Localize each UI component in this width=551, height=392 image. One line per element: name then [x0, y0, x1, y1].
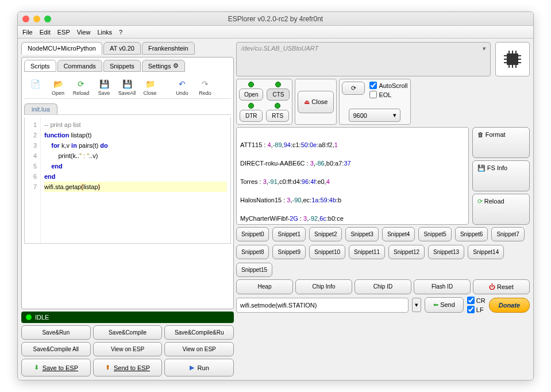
rts-led-icon [275, 103, 280, 109]
save-to-esp-button[interactable]: ⬇Save to ESP [21, 359, 91, 376]
tab-settings[interactable]: Settings⚙ [142, 60, 186, 72]
heap-button[interactable]: Heap [236, 279, 293, 294]
menu-esp[interactable]: ESP [57, 29, 70, 36]
snippet-grid: Snippet0 Snippet1 Snippet2 Snippet3 Snip… [236, 227, 530, 277]
snippet-2[interactable]: Snippet2 [309, 227, 342, 241]
snippet-15[interactable]: Snippet15 [236, 263, 272, 277]
download-icon: ⬇ [34, 364, 39, 371]
save-compile-button[interactable]: Save&Compile [93, 325, 163, 340]
tab-commands[interactable]: Commands [57, 60, 102, 72]
reload-fs-button[interactable]: ⟳ Reload [472, 194, 530, 225]
new-button[interactable]: 📄 [25, 79, 45, 96]
close-port-button[interactable]: ⏏ Close [298, 91, 334, 113]
menu-help[interactable]: ? [119, 29, 122, 36]
window-title: ESPlorer v0.2.0-rc2 by 4refr0nt [18, 15, 533, 23]
snippet-10[interactable]: Snippet10 [309, 245, 345, 259]
snippet-12[interactable]: Snippet12 [388, 245, 425, 259]
send-to-esp-button[interactable]: ⬆Send to ESP [93, 359, 163, 376]
cr-checkbox[interactable]: CR [467, 297, 486, 304]
tab-snippets[interactable]: Snippets [103, 60, 141, 72]
tab-frank[interactable]: Frankenshtein [142, 42, 195, 55]
baud-select[interactable]: 9600▾ [349, 109, 400, 122]
dropdown-icon[interactable]: ▾ [412, 298, 421, 312]
tab-at[interactable]: AT v0.20 [103, 42, 141, 55]
refresh-icon: ⟳ [351, 84, 356, 91]
code-editor[interactable]: 1234567 -- print ap listfunction listap(… [24, 117, 231, 244]
snippet-11[interactable]: Snippet11 [349, 245, 385, 259]
folder-open-icon: 📂 [53, 79, 63, 89]
cts-button[interactable]: CTS [267, 89, 290, 101]
donate-button[interactable]: Donate [489, 298, 530, 313]
app-window: ESPlorer v0.2.0-rc2 by 4refr0nt File Edi… [17, 11, 534, 381]
save-button[interactable]: 💾Save [94, 79, 114, 96]
menu-view[interactable]: View [77, 29, 91, 36]
eol-checkbox[interactable]: EOL [369, 91, 407, 98]
dtr-button[interactable]: DTR [240, 110, 263, 122]
chip-id-button[interactable]: Chip ID [355, 279, 411, 294]
top-tabs: NodeMCU+MicroPython AT v0.20 Frankenshte… [21, 42, 234, 55]
snippet-7[interactable]: Snippet7 [491, 227, 524, 241]
refresh-button[interactable]: ⟳ [342, 82, 365, 95]
power-icon: ⏻ [489, 283, 495, 290]
status-led-icon [26, 314, 32, 320]
titlebar: ESPlorer v0.2.0-rc2 by 4refr0nt [18, 12, 533, 26]
drive-icon: 💾 [477, 164, 486, 171]
snippet-8[interactable]: Snippet8 [236, 245, 269, 259]
snippet-1[interactable]: Snippet1 [272, 227, 305, 241]
trash-icon: 🗑 [477, 131, 484, 138]
view-on-esp-2-button[interactable]: View on ESP [164, 342, 234, 356]
command-input[interactable] [236, 298, 409, 313]
snippet-5[interactable]: Snippet5 [418, 227, 451, 241]
terminal-output[interactable]: ATT115 : 4,-89,94:c1:50:0e:a8:f2,1 DIREC… [236, 127, 469, 225]
status-text: IDLE [35, 314, 49, 321]
dtr-led-icon [248, 103, 254, 109]
snippet-6[interactable]: Snippet6 [455, 227, 488, 241]
redo-icon: ↷ [200, 79, 210, 89]
redo-button[interactable]: ↷Redo [195, 79, 215, 96]
autoscroll-checkbox[interactable]: AutoScroll [369, 82, 407, 89]
flash-id-button[interactable]: Flash ID [414, 279, 471, 294]
close-button[interactable]: 📁Close [140, 79, 160, 96]
run-button[interactable]: ▶Run [164, 359, 234, 376]
rts-button[interactable]: RTS [266, 110, 289, 122]
saveall-button[interactable]: 💾SaveAll [117, 79, 137, 96]
snippet-3[interactable]: Snippet3 [345, 227, 378, 241]
status-bar: IDLE [21, 312, 234, 323]
open-port-button[interactable]: Open [239, 89, 263, 101]
reset-button[interactable]: ⏻ Reset [473, 279, 530, 294]
tab-nodemcu[interactable]: NodeMCU+MicroPython [21, 42, 102, 55]
snippet-4[interactable]: Snippet4 [382, 227, 415, 241]
file-tab[interactable]: init.lua [24, 103, 57, 114]
fsinfo-button[interactable]: 💾 FS Info [472, 160, 530, 191]
arrow-left-icon: ⬅ [433, 301, 438, 308]
save-icon: 💾 [99, 79, 109, 89]
left-tabs: Scripts Commands Snippets Settings⚙ [24, 60, 231, 72]
menu-links[interactable]: Links [97, 29, 112, 36]
snippet-0[interactable]: Snippet0 [236, 227, 269, 241]
save-run-button[interactable]: Save&Run [21, 325, 91, 340]
reload-icon: ⟳ [477, 198, 483, 205]
tab-scripts[interactable]: Scripts [24, 60, 56, 72]
chip-info-button[interactable]: Chip Info [295, 279, 352, 294]
chip-icon [495, 42, 530, 76]
format-button[interactable]: 🗑 Format [472, 127, 530, 158]
snippet-14[interactable]: Snippet14 [468, 245, 504, 259]
snippet-9[interactable]: Snippet9 [272, 245, 305, 259]
upload-icon: ⬆ [105, 364, 110, 371]
port-select[interactable]: /dev/cu.SLAB_USBtoUART▾ [236, 42, 491, 76]
save-compile-all-button[interactable]: Save&Compile All [21, 342, 91, 356]
unplug-icon: ⏏ [304, 98, 310, 105]
lf-checkbox[interactable]: LF [467, 306, 486, 313]
cts-led-icon [275, 82, 281, 87]
view-on-esp-button[interactable]: View on ESP [93, 342, 163, 356]
menu-file[interactable]: File [22, 29, 33, 36]
code-area[interactable]: -- print ap listfunction listap(t) for k… [41, 117, 230, 243]
reload-icon: ⟳ [76, 79, 86, 89]
save-compile-run-button[interactable]: Save&Compile&Ru [164, 325, 234, 340]
menu-edit[interactable]: Edit [40, 29, 51, 36]
undo-button[interactable]: ↶Undo [172, 79, 192, 96]
reload-button[interactable]: ⟳Reload [71, 79, 91, 96]
snippet-13[interactable]: Snippet13 [428, 245, 464, 259]
open-button[interactable]: 📂Open [48, 79, 68, 96]
send-button[interactable]: ⬅ Send [425, 297, 463, 313]
